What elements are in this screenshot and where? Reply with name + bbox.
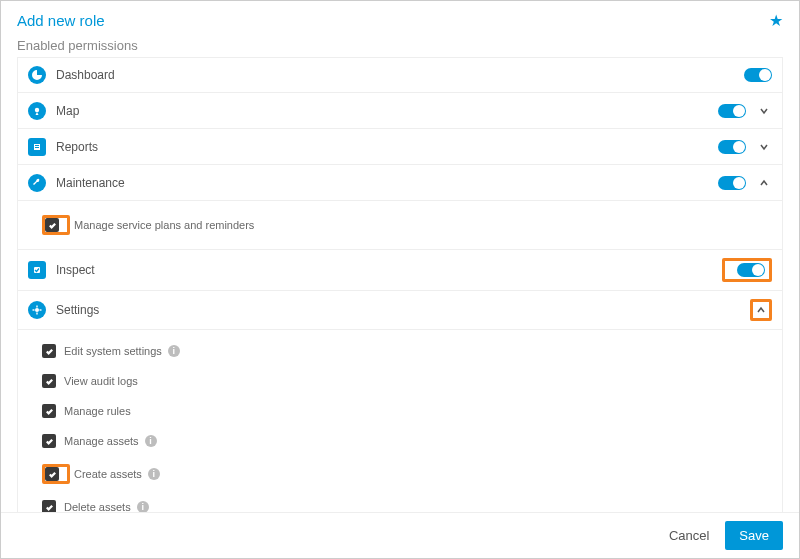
toggle-map[interactable] bbox=[718, 104, 746, 118]
sub-item-label: Delete assets bbox=[64, 501, 131, 512]
perm-row-maintenance: Maintenance bbox=[17, 165, 783, 201]
dialog-title: Add new role bbox=[17, 12, 105, 29]
sub-item-label: Manage assets bbox=[64, 435, 139, 447]
highlight-box bbox=[722, 258, 772, 282]
highlight-box bbox=[750, 299, 772, 321]
save-button[interactable]: Save bbox=[725, 521, 783, 550]
perm-row-dashboard: Dashboard bbox=[17, 57, 783, 93]
sub-item-delete-assets: Delete assets i bbox=[42, 492, 782, 512]
sub-item-edit-system: Edit system settings i bbox=[42, 336, 782, 366]
perm-label: Settings bbox=[56, 303, 750, 317]
checkbox-manage-rules[interactable] bbox=[42, 404, 56, 418]
chevron-up-icon[interactable] bbox=[753, 302, 769, 318]
settings-sublist: Edit system settings i View audit logs M… bbox=[17, 330, 783, 512]
toggle-inspect[interactable] bbox=[737, 263, 765, 277]
maintenance-sublist: Manage service plans and reminders bbox=[17, 201, 783, 250]
chevron-down-icon[interactable] bbox=[756, 103, 772, 119]
info-icon[interactable]: i bbox=[168, 345, 180, 357]
highlight-box bbox=[42, 215, 70, 235]
sub-item-label: View audit logs bbox=[64, 375, 138, 387]
perm-row-reports: Reports bbox=[17, 129, 783, 165]
sub-item-create-assets: Create assets i bbox=[42, 456, 782, 492]
highlight-box bbox=[42, 464, 70, 484]
chevron-down-icon[interactable] bbox=[756, 139, 772, 155]
info-icon[interactable]: i bbox=[137, 501, 149, 512]
sub-item-label: Create assets bbox=[74, 468, 142, 480]
sub-item-manage-rules: Manage rules bbox=[42, 396, 782, 426]
perm-row-settings: Settings bbox=[17, 291, 783, 330]
svg-point-5 bbox=[35, 308, 39, 312]
svg-rect-2 bbox=[35, 145, 39, 146]
perm-row-inspect: Inspect bbox=[17, 250, 783, 291]
checkbox-delete-assets[interactable] bbox=[42, 500, 56, 512]
map-pin-icon bbox=[28, 102, 46, 120]
svg-rect-7 bbox=[36, 313, 37, 315]
sub-item-service-plans: Manage service plans and reminders bbox=[42, 207, 782, 243]
sub-item-audit-logs: View audit logs bbox=[42, 366, 782, 396]
sub-item-label: Edit system settings bbox=[64, 345, 162, 357]
info-icon[interactable]: i bbox=[145, 435, 157, 447]
svg-rect-9 bbox=[40, 309, 42, 310]
dialog-footer: Cancel Save bbox=[1, 512, 799, 558]
section-title-enabled-permissions: Enabled permissions bbox=[1, 38, 799, 59]
sub-item-label: Manage service plans and reminders bbox=[74, 219, 254, 231]
perm-label: Reports bbox=[56, 140, 710, 154]
checkbox-create-assets[interactable] bbox=[45, 467, 59, 481]
perm-label: Map bbox=[56, 104, 710, 118]
svg-rect-6 bbox=[36, 306, 37, 308]
chevron-up-icon[interactable] bbox=[756, 175, 772, 191]
toggle-maintenance[interactable] bbox=[718, 176, 746, 190]
svg-rect-8 bbox=[33, 309, 35, 310]
wrench-icon bbox=[28, 174, 46, 192]
svg-point-0 bbox=[35, 107, 39, 111]
sub-item-manage-assets: Manage assets i bbox=[42, 426, 782, 456]
perm-row-map: Map bbox=[17, 93, 783, 129]
sub-item-label: Manage rules bbox=[64, 405, 131, 417]
perm-label: Maintenance bbox=[56, 176, 710, 190]
star-icon[interactable]: ★ bbox=[769, 11, 783, 30]
toggle-dashboard[interactable] bbox=[744, 68, 772, 82]
perm-label: Dashboard bbox=[56, 68, 736, 82]
gear-icon bbox=[28, 301, 46, 319]
checkbox-audit-logs[interactable] bbox=[42, 374, 56, 388]
info-icon[interactable]: i bbox=[148, 468, 160, 480]
dashboard-icon bbox=[28, 66, 46, 84]
svg-rect-3 bbox=[35, 147, 39, 148]
toggle-reports[interactable] bbox=[718, 140, 746, 154]
checkbox-manage-assets[interactable] bbox=[42, 434, 56, 448]
cancel-button[interactable]: Cancel bbox=[665, 522, 713, 549]
dialog-header: Add new role ★ bbox=[1, 1, 799, 38]
reports-icon bbox=[28, 138, 46, 156]
checkbox-edit-system[interactable] bbox=[42, 344, 56, 358]
checkbox-service-plans[interactable] bbox=[45, 218, 59, 232]
permissions-scroll-area: Dashboard Map Reports Maintenance bbox=[1, 57, 799, 512]
perm-label: Inspect bbox=[56, 263, 722, 277]
inspect-icon bbox=[28, 261, 46, 279]
